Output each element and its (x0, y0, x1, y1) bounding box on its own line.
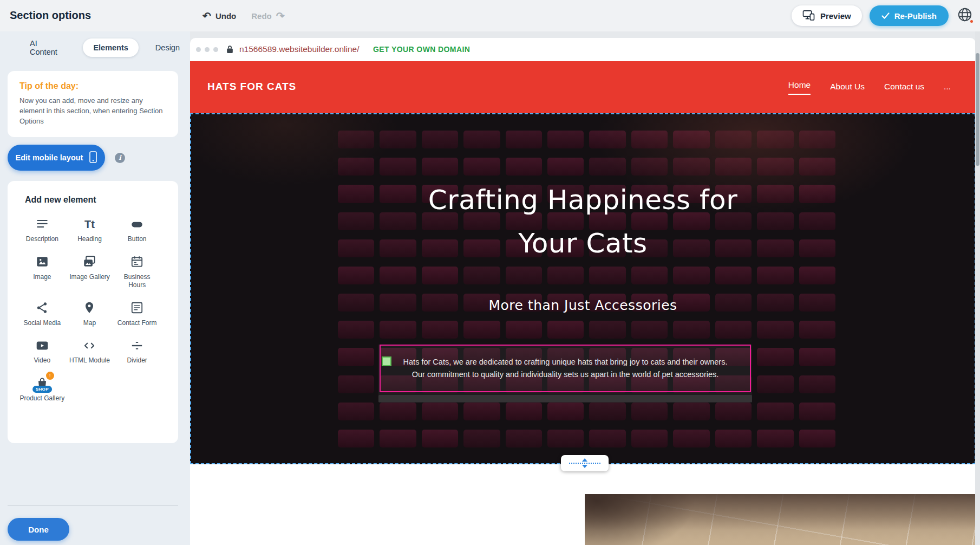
element-business-hours[interactable]: Business Hours (114, 255, 160, 290)
hero-heading-line2: Your Cats (191, 222, 975, 265)
tab-design[interactable]: Design (145, 38, 190, 57)
tab-elements[interactable]: Elements (83, 38, 138, 57)
selected-hero-section[interactable]: Crafting Happiness for Your Cats More th… (190, 113, 976, 464)
element-product-gallery[interactable]: SHOP↑Product Gallery (19, 376, 65, 403)
hero-tile (631, 321, 668, 339)
hero-tile (547, 267, 584, 284)
info-icon[interactable]: i (115, 153, 125, 163)
element-image[interactable]: Image (19, 255, 65, 290)
sidebar: AI ContentElementsDesign Tip of the day:… (0, 31, 190, 545)
hero-tile (673, 267, 709, 284)
hero-tile (799, 267, 835, 284)
element-html-module[interactable]: HTML Module (67, 338, 113, 365)
hero-tile (463, 403, 500, 420)
hero-tile (338, 267, 374, 284)
add-element-title: Add new element (25, 195, 160, 205)
hero-tile (547, 321, 584, 339)
hero-tile (422, 321, 458, 339)
arrow-up-icon (582, 458, 587, 462)
element-divider[interactable]: Divider (114, 338, 160, 365)
next-section[interactable] (190, 494, 976, 545)
nav-item-home[interactable]: Home (788, 80, 811, 95)
nav-item-[interactable]: ... (944, 82, 951, 93)
get-domain-link[interactable]: GET YOUR OWN DOMAIN (373, 45, 470, 54)
tab-ai-content[interactable]: AI Content (19, 38, 76, 57)
hero-tile (715, 430, 752, 447)
hero-tile (673, 131, 709, 148)
redo-label: Redo (251, 11, 272, 21)
element-label: Heading (77, 235, 102, 244)
site-logo[interactable]: HATS FOR CATS (207, 81, 296, 93)
hero-tile (547, 430, 584, 447)
element-contact-form[interactable]: Contact Form (114, 301, 160, 328)
element-label: Social Media (23, 319, 61, 328)
hero-tile (338, 375, 374, 393)
hero-tile (799, 403, 835, 420)
hero-tile (380, 321, 416, 339)
language-globe-button[interactable] (956, 7, 974, 24)
upgrade-badge-icon: ↑ (46, 372, 54, 380)
edit-mobile-layout-button[interactable]: Edit mobile layout (8, 145, 105, 171)
topbar: Section options ↶ Undo Redo ↷ Preview (0, 0, 980, 31)
history-controls: ↶ Undo Redo ↷ (202, 0, 285, 31)
hero-tile (673, 158, 709, 176)
tip-title: Tip of the day: (19, 81, 168, 91)
hero-paragraph: Hats for Cats, we are dedicated to craft… (381, 356, 750, 381)
redo-button[interactable]: Redo ↷ (251, 11, 284, 21)
sidebar-tabs: AI ContentElementsDesign (19, 38, 190, 57)
hero-tile (338, 158, 374, 176)
republish-button[interactable]: Re-Publish (870, 5, 949, 26)
done-label: Done (28, 525, 49, 534)
undo-icon: ↶ (202, 11, 211, 21)
html-module-icon (82, 338, 96, 353)
undo-button[interactable]: ↶ Undo (202, 11, 236, 21)
element-video[interactable]: Video (19, 338, 65, 365)
done-button[interactable]: Done (8, 518, 69, 541)
hero-tile (380, 403, 416, 420)
element-heading[interactable]: TtHeading (67, 217, 113, 244)
description-icon (35, 217, 49, 231)
element-ghost-band (378, 395, 752, 403)
hero-tile (338, 403, 374, 420)
hero-tile (757, 348, 793, 366)
hero-tile (506, 267, 542, 284)
hero-subheading[interactable]: More than Just Accessories (191, 297, 975, 313)
element-label: Image (33, 273, 51, 282)
hero-tile (338, 348, 374, 366)
element-social-media[interactable]: Social Media (19, 301, 65, 328)
contact-form-icon (130, 301, 144, 315)
hero-tile (799, 321, 835, 339)
hero-tile (757, 375, 793, 393)
hero-tile (589, 321, 625, 339)
image-icon (35, 255, 49, 269)
republish-label: Re-Publish (894, 11, 937, 21)
business-hours-icon (130, 255, 144, 269)
hero-tile (589, 158, 625, 176)
element-button[interactable]: Button (114, 217, 160, 244)
element-description[interactable]: Description (19, 217, 65, 244)
element-map[interactable]: Map (67, 301, 113, 328)
nav-item-contact-us[interactable]: Contact us (884, 82, 924, 93)
hero-heading[interactable]: Crafting Happiness for Your Cats (191, 178, 975, 265)
element-label: HTML Module (69, 356, 110, 365)
hero-tile (338, 430, 374, 447)
hero-tile (380, 267, 416, 284)
hero-tile (589, 430, 625, 447)
button-icon (130, 217, 144, 231)
hero-tile (631, 267, 668, 284)
hero-tile (715, 158, 752, 176)
scrollbar-thumb[interactable] (976, 53, 979, 166)
editor-canvas: n1566589.websitebuilder.online/ GET YOUR… (190, 31, 980, 545)
selected-text-element[interactable]: Hats for Cats, we are dedicated to craft… (380, 345, 751, 392)
hero-tile (338, 131, 374, 148)
section-resize-handle[interactable] (561, 455, 609, 471)
nav-item-about-us[interactable]: About Us (830, 82, 865, 93)
canvas-scrollbar[interactable] (975, 31, 980, 545)
element-image-gallery[interactable]: Image Gallery (67, 255, 113, 290)
hero-tile (380, 158, 416, 176)
hero-tile (547, 131, 584, 148)
map-icon (82, 301, 96, 315)
hero-tile (715, 131, 752, 148)
preview-button[interactable]: Preview (792, 5, 862, 26)
hero-tile (463, 321, 500, 339)
